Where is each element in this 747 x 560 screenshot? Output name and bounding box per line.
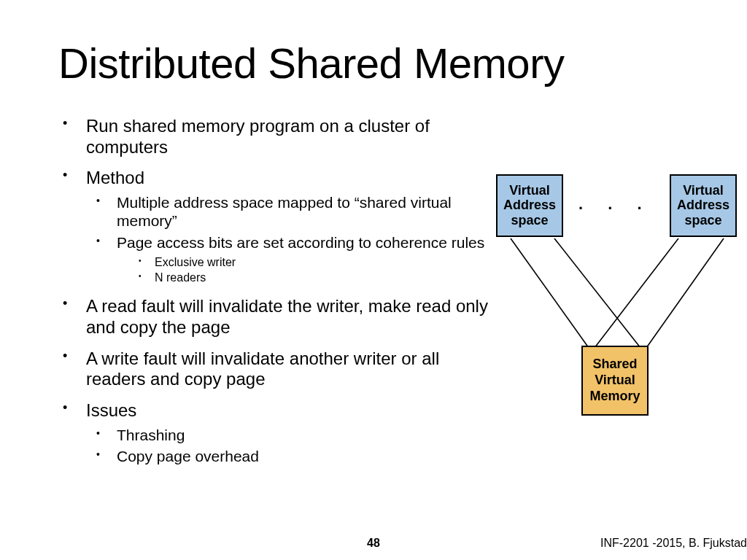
bullet-text: N readers (155, 271, 206, 284)
slide: Distributed Shared Memory Run shared mem… (0, 0, 747, 560)
bullet-text: Thrashing (117, 427, 185, 443)
diagram: Virtual Address space . . . Virtual Addr… (496, 174, 737, 451)
virtual-address-space-box-left: Virtual Address space (496, 174, 563, 237)
bullet-text: Issues (86, 400, 136, 420)
bullet-text: Multiple address space mapped to “shared… (117, 194, 452, 229)
bullet-text: Method (86, 168, 144, 187)
sub-sub-bullet-item: Exclusive writer (117, 254, 489, 271)
text-column: Run shared memory program on a cluster o… (58, 116, 489, 476)
bullet-item: A read fault will invalidate the writer,… (58, 296, 489, 338)
bullet-text: Exclusive writer (155, 256, 236, 268)
sub-bullet-list: Thrashing Copy page overhead (86, 426, 489, 465)
sub-bullet-item: Page access bits are set according to co… (86, 233, 489, 286)
sub-bullet-item: Copy page overhead (86, 447, 489, 465)
svg-line-0 (511, 238, 589, 348)
bullet-text: A write fault will invalidate another wr… (86, 349, 439, 389)
svg-line-3 (646, 238, 724, 348)
sub-bullet-item: Thrashing (86, 426, 489, 444)
bullet-text: Page access bits are set according to co… (117, 234, 484, 251)
sub-sub-bullet-item: N readers (117, 270, 489, 286)
sub-bullet-item: Multiple address space mapped to “shared… (86, 193, 489, 230)
svg-line-1 (554, 238, 640, 348)
content-row: Run shared memory program on a cluster o… (58, 116, 747, 476)
footer-text: INF-2201 -2015, B. Fjukstad (600, 537, 747, 550)
svg-line-2 (595, 238, 678, 348)
ellipsis-dots: . . . (578, 195, 652, 214)
bullet-item: Issues Thrashing Copy page overhead (58, 400, 489, 465)
slide-title: Distributed Shared Memory (58, 40, 747, 87)
virtual-address-space-box-right: Virtual Address space (670, 174, 737, 237)
bullet-item: A write fault will invalidate another wr… (58, 349, 489, 391)
sub-bullet-list: Multiple address space mapped to “shared… (86, 193, 489, 286)
bullet-text: A read fault will invalidate the writer,… (86, 296, 488, 337)
bullet-text: Run shared memory program on a cluster o… (86, 116, 430, 157)
bullet-list: Run shared memory program on a cluster o… (58, 116, 489, 466)
sub-sub-bullet-list: Exclusive writer N readers (117, 254, 489, 286)
shared-virtual-memory-box: Shared Virtual Memory (581, 346, 649, 416)
bullet-item: Method Multiple address space mapped to … (58, 168, 489, 286)
bullet-text: Copy page overhead (117, 448, 259, 464)
bullet-item: Run shared memory program on a cluster o… (58, 116, 489, 158)
